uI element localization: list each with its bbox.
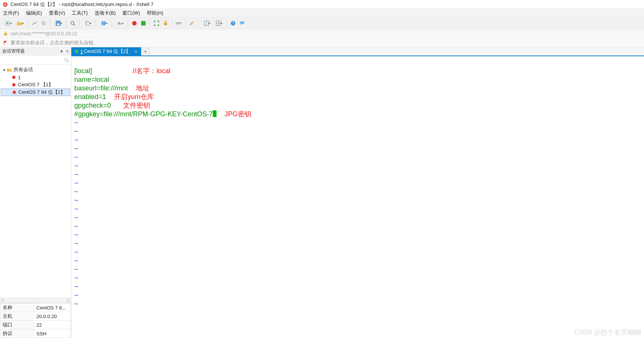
- terminal-pane: 1 CentOS 7 64 位【2】 × + [local] //名字：loca…: [71, 47, 644, 338]
- menu-tools[interactable]: 工具(T): [72, 10, 88, 17]
- tab-close-icon[interactable]: ×: [134, 49, 137, 54]
- prop-key: 端口: [0, 321, 34, 329]
- tree-item-label: 1: [18, 75, 21, 80]
- menu-file[interactable]: 文件(F): [3, 10, 19, 17]
- tree-item-selected[interactable]: CentOS 7 64 位【2】: [1, 89, 70, 96]
- svg-rect-16: [164, 23, 167, 25]
- svg-rect-5: [57, 24, 59, 25]
- term-tilde: ~: [74, 283, 78, 290]
- flag-icon: [3, 40, 8, 45]
- copy-button[interactable]: [82, 19, 93, 27]
- address-bar[interactable]: ssh://root:*******@20.0.0.20:22: [0, 29, 644, 38]
- term-comment: 文件密钥: [123, 102, 150, 109]
- menu-window[interactable]: 窗口(W): [122, 10, 140, 17]
- folder-icon: [7, 67, 12, 72]
- tree-item[interactable]: 1: [1, 74, 70, 81]
- term-tilde: ~: [74, 162, 78, 170]
- tree-root[interactable]: ▾ 所有会话: [1, 66, 70, 74]
- term-line: name=local: [74, 76, 109, 83]
- panes-icon[interactable]: [213, 19, 224, 27]
- separator: [66, 20, 66, 27]
- search-small-icon[interactable]: [63, 57, 69, 63]
- prop-val: CentOS 7 6...: [34, 303, 71, 312]
- cursor: [213, 110, 217, 117]
- separator: [79, 20, 80, 27]
- tab-bar: 1 CentOS 7 64 位【2】 × +: [71, 47, 644, 56]
- session-tree: ▾ 所有会话 1 CentOS 7 【1】 CentOS 7 64 位【2】: [0, 65, 71, 297]
- tab-add-button[interactable]: +: [141, 47, 150, 56]
- term-line: #gpgkey=file:///mnt/RPM-GPG-KEY-CentOS-7: [74, 110, 213, 118]
- edit-icon[interactable]: [188, 19, 196, 27]
- sidebar-search: [0, 56, 71, 65]
- tree-root-label: 所有会话: [14, 66, 33, 73]
- new-session-button[interactable]: [2, 19, 14, 27]
- term-tilde: ~: [74, 136, 78, 144]
- session-icon: [11, 75, 17, 80]
- term-tilde: ~: [74, 274, 78, 282]
- term-line: baseurl=file:///mnt: [74, 84, 128, 92]
- menu-help[interactable]: 帮助(H): [147, 10, 163, 17]
- fullscreen-icon[interactable]: [152, 19, 161, 27]
- svg-point-29: [12, 83, 16, 87]
- scroll-right-icon[interactable]: ›: [66, 298, 71, 303]
- term-tilde: ~: [74, 145, 78, 152]
- term-comment: //名字：local: [132, 67, 170, 75]
- lock-small-icon: [3, 31, 8, 36]
- sidebar-title: 会话管理器: [2, 48, 25, 54]
- layout-icon[interactable]: [201, 19, 212, 27]
- tab-active[interactable]: 1 CentOS 7 64 位【2】 ×: [71, 47, 141, 56]
- prop-val: 22: [34, 321, 71, 329]
- svg-rect-9: [87, 22, 89, 26]
- collapse-icon[interactable]: ▾: [2, 67, 6, 73]
- lock-icon[interactable]: [161, 19, 170, 27]
- tree-scrollbar[interactable]: ‹ ›: [0, 297, 71, 303]
- hint-bar: 要添加当前会话，点击左侧的箭头按钮。: [0, 38, 644, 47]
- globe-icon[interactable]: [98, 19, 109, 27]
- term-tilde: ~: [74, 171, 78, 178]
- term-tilde: ~: [74, 119, 78, 126]
- open-session-button[interactable]: [14, 19, 26, 27]
- separator: [50, 20, 50, 27]
- session-manager-panel: 会话管理器 × ▾ 所有会话 1 CentOS 7 【1】: [0, 47, 71, 338]
- svg-point-3: [36, 21, 37, 22]
- connect-icon[interactable]: [30, 19, 39, 27]
- scroll-left-icon[interactable]: ‹: [0, 298, 5, 303]
- separator: [28, 20, 28, 27]
- window-title: CentOS 7 64 位【2】 - root@localhost:/etc/y…: [11, 1, 153, 8]
- terminal[interactable]: [local] //名字：local name=local baseurl=fi…: [71, 56, 644, 338]
- xshell-green-icon[interactable]: [139, 19, 147, 27]
- ruler-icon[interactable]: [175, 19, 183, 27]
- svg-line-27: [67, 61, 69, 62]
- save-button[interactable]: [53, 19, 64, 27]
- menu-edit[interactable]: 编辑(E): [26, 10, 42, 17]
- tree-item[interactable]: CentOS 7 【1】: [1, 81, 70, 89]
- term-tilde: ~: [74, 153, 78, 161]
- menu-bar: 文件(F) 编辑(E) 查看(V) 工具(T) 选项卡(B) 窗口(W) 帮助(…: [0, 9, 644, 17]
- reconnect-icon[interactable]: [39, 19, 48, 27]
- scroll-track[interactable]: [5, 298, 66, 303]
- term-tilde: ~: [74, 222, 78, 230]
- separator: [172, 20, 172, 27]
- title-bar: CentOS 7 64 位【2】 - root@localhost:/etc/y…: [0, 0, 644, 9]
- font-button[interactable]: AA: [114, 19, 125, 27]
- chat-icon[interactable]: [238, 19, 246, 27]
- prop-row: 主机20.0.0.20: [0, 312, 71, 321]
- sidebar-close-icon[interactable]: ×: [66, 49, 69, 54]
- svg-rect-15: [141, 21, 146, 26]
- term-line: gpgcheck=0: [74, 102, 111, 109]
- session-icon: [11, 82, 17, 87]
- term-line: [local]: [74, 67, 92, 75]
- help-icon[interactable]: ?: [229, 19, 237, 27]
- tree-item-label: CentOS 7 【1】: [18, 81, 53, 88]
- pin-icon[interactable]: [59, 49, 64, 54]
- menu-view[interactable]: 查看(V): [49, 10, 65, 17]
- search-icon[interactable]: [69, 19, 77, 27]
- menu-tabs[interactable]: 选项卡(B): [95, 10, 116, 17]
- term-tilde: ~: [74, 291, 78, 299]
- term-tilde: ~: [74, 231, 78, 239]
- svg-point-26: [65, 58, 68, 61]
- svg-line-7: [74, 24, 75, 26]
- svg-point-6: [71, 21, 74, 24]
- search-input[interactable]: [2, 57, 63, 63]
- xshell-red-icon[interactable]: [130, 19, 138, 27]
